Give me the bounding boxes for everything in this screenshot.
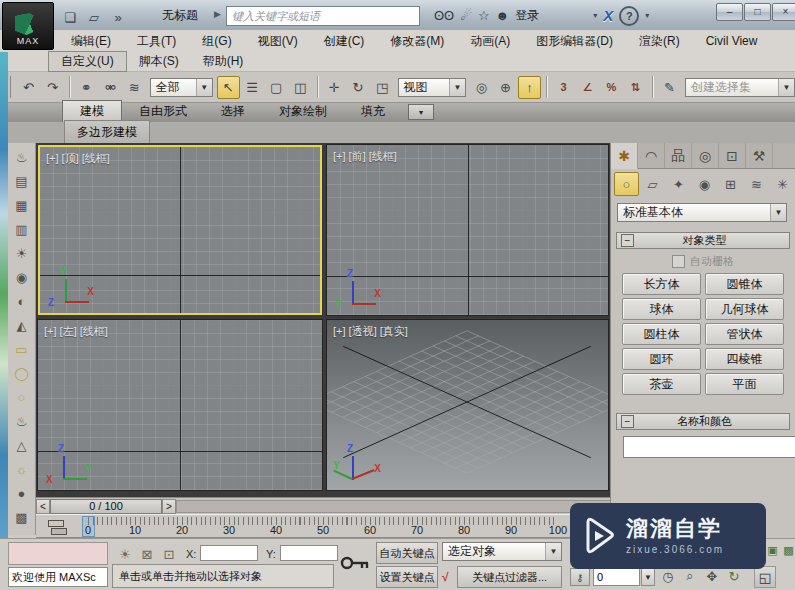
lights-icon[interactable]: ✦: [666, 172, 691, 196]
selection-filter-dropdown[interactable]: 全部 ▼: [150, 78, 213, 97]
select-object-icon[interactable]: ↖: [217, 76, 240, 99]
edit-named-selection-sets-icon[interactable]: ✎: [658, 76, 681, 99]
tab-display-icon[interactable]: ⊡: [719, 143, 746, 168]
chevron-down-icon[interactable]: ▼: [196, 79, 212, 96]
sphere-light-icon[interactable]: ◐: [10, 289, 34, 313]
teapot-outline-icon[interactable]: ♨: [10, 409, 34, 433]
key-filters-button[interactable]: 关键点过滤器...: [457, 566, 562, 588]
maximize-viewport-toggle-icon[interactable]: ◱: [754, 566, 776, 588]
tab-modify-icon[interactable]: ◠: [638, 143, 665, 168]
cone-icon[interactable]: △: [10, 433, 34, 457]
tab-utilities-icon[interactable]: ⚒: [746, 143, 773, 168]
grid-table-icon[interactable]: ▥: [10, 217, 34, 241]
tab-hierarchy-icon[interactable]: 品: [665, 143, 692, 168]
circle-shape-icon[interactable]: ○: [10, 385, 34, 409]
frame-number-field[interactable]: [593, 568, 640, 586]
login-caret-icon[interactable]: ▾: [593, 11, 597, 20]
viewport-front[interactable]: [+] [前] [线框] Z X Y: [327, 145, 608, 315]
primitive-button[interactable]: 四棱锥: [705, 348, 784, 370]
ribbon-tab[interactable]: 填充: [344, 101, 402, 122]
minimize-button[interactable]: –: [716, 3, 743, 21]
login-label[interactable]: 登录: [515, 7, 539, 24]
menu-item[interactable]: 渲染(R): [626, 33, 693, 50]
ribbon-tab[interactable]: 选择: [204, 101, 262, 122]
viewport-top[interactable]: [+] [顶] [线框] Y X Z: [38, 145, 322, 315]
chevron-down-icon[interactable]: ▼: [770, 204, 786, 221]
auto-key-button[interactable]: 自动关键点: [376, 542, 438, 564]
primitive-button[interactable]: 圆锥体: [705, 273, 784, 295]
ribbon-tab[interactable]: 建模: [62, 100, 122, 122]
sphere-icon[interactable]: ●: [10, 481, 34, 505]
menu-item[interactable]: 组(G): [189, 33, 244, 50]
application-menu-button[interactable]: MAX: [2, 2, 54, 50]
cameras-icon[interactable]: ◉: [692, 172, 717, 196]
light-note-icon[interactable]: ☀: [10, 241, 34, 265]
keyboard-shortcut-override-icon[interactable]: ↑: [518, 76, 541, 99]
helpers-icon[interactable]: ⊞: [718, 172, 743, 196]
key-mode-toggle[interactable]: ⚷: [570, 568, 590, 586]
ellipse-shape-icon[interactable]: ◯: [10, 361, 34, 385]
named-selection-set-dropdown[interactable]: 创建选择集 ▼: [685, 78, 795, 97]
zoom-extents-all-icon[interactable]: ▩: [782, 544, 795, 557]
render-teapot-icon[interactable]: ♨: [10, 145, 34, 169]
close-button[interactable]: ×: [772, 3, 795, 21]
snap-toggle-3d-icon[interactable]: 3: [552, 76, 575, 99]
orbit-icon[interactable]: ↻: [724, 566, 744, 586]
viewport-perspective-label[interactable]: [+] [透视] [真实]: [333, 324, 408, 339]
primitive-button[interactable]: 管状体: [705, 323, 784, 345]
time-configuration-icon[interactable]: ◷: [658, 566, 678, 586]
select-and-scale-icon[interactable]: ◳: [371, 76, 394, 99]
name-color-rollout-header[interactable]: − 名称和颜色: [616, 413, 790, 430]
time-slider[interactable]: 0 / 100: [50, 499, 162, 514]
primitive-button[interactable]: 茶壶: [622, 373, 701, 395]
collapse-icon[interactable]: −: [621, 234, 634, 247]
camera-helper-icon[interactable]: ◉: [10, 265, 34, 289]
next-frame-button[interactable]: >: [162, 499, 176, 514]
viewport-left[interactable]: [+] [左] [线框] Z Y X: [38, 320, 322, 490]
tab-motion-icon[interactable]: ◎: [692, 143, 719, 168]
spinner-snap-icon[interactable]: ⇅: [624, 76, 647, 99]
autogrid-checkbox[interactable]: [672, 255, 685, 268]
angle-snap-icon[interactable]: ∠: [576, 76, 599, 99]
time-slider-track[interactable]: [176, 500, 610, 513]
previous-frame-button[interactable]: <: [36, 499, 50, 514]
redo-icon[interactable]: ↷: [41, 76, 64, 99]
bulb-icon[interactable]: ☀: [116, 545, 134, 563]
select-and-manipulate-icon[interactable]: ⊕: [494, 76, 517, 99]
viewport-left-label[interactable]: [+] [左] [线框]: [44, 324, 108, 339]
key-filters-scope-dropdown[interactable]: 选定对象 ▼: [442, 542, 562, 561]
menu-item[interactable]: 视图(V): [245, 33, 311, 50]
selection-lock-icon[interactable]: ⊠: [138, 545, 156, 563]
percent-snap-icon[interactable]: %: [600, 76, 623, 99]
open-mini-curve-editor-icon[interactable]: [48, 520, 66, 534]
chevron-down-icon[interactable]: ▼: [778, 79, 794, 96]
y-coordinate-input[interactable]: [280, 545, 338, 561]
maxscript-listener-line[interactable]: 欢迎使用 MAXSc: [8, 567, 108, 587]
tab-create-icon[interactable]: ✱: [611, 143, 638, 169]
menu-item[interactable]: 动画(A): [457, 33, 523, 50]
absolute-mode-transform-icon[interactable]: ⊡: [160, 545, 178, 563]
ribbon-tab[interactable]: 自由形式: [122, 101, 204, 122]
search-binoculars-icon[interactable]: ʘʘ: [434, 6, 454, 25]
chevron-down-icon[interactable]: ▼: [641, 568, 655, 586]
collapse-icon[interactable]: −: [621, 415, 634, 428]
menu-item[interactable]: Civil View: [693, 34, 771, 48]
set-key-button[interactable]: 设置关键点: [376, 566, 438, 588]
menu-item[interactable]: 自定义(U): [48, 51, 127, 72]
zoom-extents-icon[interactable]: ▣: [766, 544, 779, 557]
menu-item[interactable]: 创建(C): [311, 33, 378, 50]
space-warps-icon[interactable]: ≋: [744, 172, 769, 196]
viewport-perspective[interactable]: [+] [透视] [真实] Z X Y: [327, 320, 608, 490]
open-folder-icon[interactable]: ▱: [84, 8, 104, 26]
systems-icon[interactable]: ✳: [770, 172, 795, 196]
primitive-button[interactable]: 圆柱体: [622, 323, 701, 345]
ribbon-overflow-button[interactable]: ▾: [408, 104, 434, 120]
primitive-button[interactable]: 球体: [622, 298, 701, 320]
pan-icon[interactable]: ✥: [702, 566, 722, 586]
shapes-icon[interactable]: ▱: [640, 172, 665, 196]
chevron-down-icon[interactable]: ▼: [449, 79, 465, 96]
grid-list-icon[interactable]: ▦: [10, 193, 34, 217]
menu-item[interactable]: 编辑(E): [58, 33, 124, 50]
rectangle-shape-icon[interactable]: ▭: [10, 337, 34, 361]
rectangular-selection-region-icon[interactable]: ▢: [265, 76, 288, 99]
